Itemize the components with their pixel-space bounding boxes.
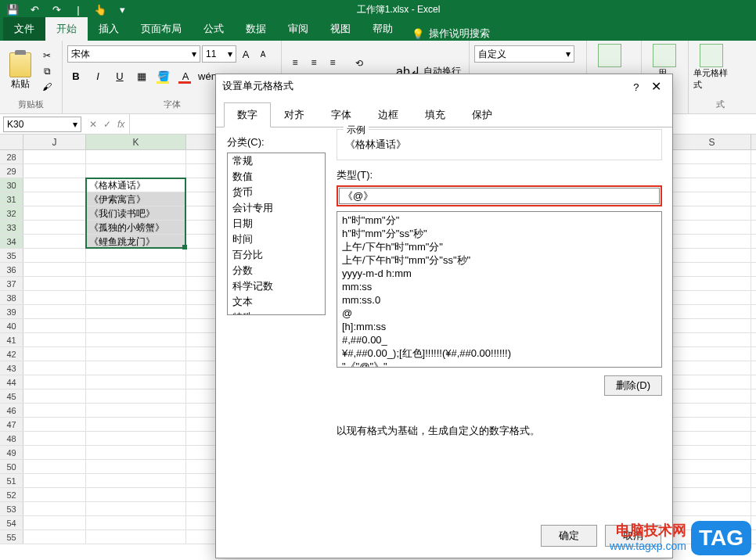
font-size-select[interactable]: 11 ▾	[202, 45, 236, 63]
category-item[interactable]: 常规	[228, 153, 325, 169]
cell[interactable]	[673, 488, 751, 501]
tab-view[interactable]: 视图	[319, 17, 362, 41]
accept-formula-icon[interactable]: ✓	[103, 119, 111, 130]
cell[interactable]	[673, 502, 751, 515]
category-item[interactable]: 货币	[228, 185, 325, 200]
cell[interactable]	[86, 460, 186, 473]
orientation-icon[interactable]: ⟲	[351, 56, 368, 71]
cell[interactable]	[23, 333, 86, 346]
format-item[interactable]: mm:ss	[337, 280, 661, 293]
border-button[interactable]: ▦	[133, 67, 150, 84]
row-header[interactable]: 34	[0, 235, 23, 248]
col-header-S[interactable]: S	[673, 135, 751, 149]
row-header[interactable]: 42	[0, 347, 23, 361]
type-input[interactable]	[339, 188, 660, 204]
bold-button[interactable]: B	[67, 67, 85, 84]
tab-file[interactable]: 文件	[3, 17, 45, 41]
cell[interactable]	[673, 319, 751, 332]
category-item[interactable]: 特殊	[228, 310, 325, 315]
row-header[interactable]: 51	[0, 474, 23, 487]
row-header[interactable]: 31	[0, 192, 23, 206]
col-header-J[interactable]: J	[23, 135, 86, 149]
tab-data[interactable]: 数据	[235, 17, 277, 41]
row-header[interactable]: 49	[0, 446, 23, 459]
cell[interactable]	[673, 192, 751, 206]
row-header[interactable]: 32	[0, 206, 23, 220]
row-header[interactable]: 46	[0, 404, 23, 417]
cell[interactable]	[23, 319, 86, 332]
cell[interactable]	[673, 361, 751, 375]
cell[interactable]: 《伊索寓言》	[86, 192, 186, 206]
font-name-select[interactable]: 宋体 ▾	[67, 45, 200, 63]
format-item[interactable]: #,##0.00_	[337, 333, 661, 346]
cut-icon[interactable]: ✂	[39, 48, 55, 63]
tab-formula[interactable]: 公式	[193, 17, 235, 41]
cell[interactable]	[86, 389, 186, 403]
cell[interactable]	[86, 150, 186, 163]
row-header[interactable]: 30	[0, 178, 23, 192]
cell[interactable]	[673, 418, 751, 431]
cell[interactable]	[23, 418, 86, 431]
cell[interactable]	[86, 375, 186, 389]
cell[interactable]	[23, 263, 86, 276]
cell[interactable]	[23, 389, 86, 403]
dlg-tab-align[interactable]: 对齐	[271, 102, 318, 127]
cell[interactable]	[23, 460, 86, 473]
category-item[interactable]: 时间	[228, 232, 325, 247]
format-item[interactable]: h"时"mm"分"	[337, 214, 661, 227]
cell[interactable]	[23, 432, 86, 445]
tab-layout[interactable]: 页面布局	[130, 17, 193, 41]
cell[interactable]	[86, 474, 186, 487]
category-item[interactable]: 数值	[228, 169, 325, 185]
row-header[interactable]: 33	[0, 221, 23, 234]
cell[interactable]	[23, 291, 86, 304]
cell[interactable]	[23, 178, 86, 192]
category-item[interactable]: 文本	[228, 294, 325, 310]
format-item[interactable]: 上午/下午h"时"mm"分"	[337, 240, 661, 253]
cell[interactable]	[673, 333, 751, 346]
cell[interactable]	[86, 347, 186, 361]
name-box[interactable]: K30 ▾	[3, 117, 81, 132]
cell[interactable]	[86, 418, 186, 431]
close-icon[interactable]: ✕	[646, 78, 666, 95]
align-top-icon[interactable]: ≡	[286, 55, 304, 70]
cell[interactable]: 《鲤鱼跳龙门》	[86, 235, 186, 248]
redo-icon[interactable]: ↷	[49, 2, 64, 17]
category-item[interactable]: 科学记数	[228, 278, 325, 294]
cell[interactable]	[673, 446, 751, 459]
cell[interactable]	[673, 404, 751, 417]
format-item[interactable]: @	[337, 307, 661, 320]
ok-button[interactable]: 确定	[541, 525, 597, 547]
select-all-corner[interactable]	[0, 135, 23, 149]
row-header[interactable]: 37	[0, 277, 23, 290]
row-header[interactable]: 55	[0, 530, 23, 544]
cell[interactable]	[23, 221, 86, 234]
format-item[interactable]: mm:ss.0	[337, 293, 661, 307]
cell[interactable]	[673, 235, 751, 248]
cell[interactable]	[86, 164, 186, 178]
format-item[interactable]: h"时"mm"分"ss"秒"	[337, 227, 661, 240]
cell[interactable]	[23, 235, 86, 248]
cell[interactable]	[23, 164, 86, 178]
cell[interactable]	[673, 263, 751, 276]
qat-customize-icon[interactable]: ▾	[114, 2, 130, 17]
cell[interactable]	[673, 249, 751, 262]
cell[interactable]	[86, 319, 186, 332]
cell[interactable]	[86, 432, 186, 445]
cell[interactable]: 《我们读书吧》	[86, 206, 186, 220]
format-item[interactable]: ¥#,##0.00_);[红色]!!!!!!(¥#,##0.00!!!!!!)	[337, 346, 661, 360]
cell[interactable]	[673, 460, 751, 473]
dlg-tab-fill[interactable]: 填充	[412, 102, 459, 127]
cell[interactable]	[86, 404, 186, 417]
row-header[interactable]: 28	[0, 150, 23, 163]
cell[interactable]	[673, 277, 751, 290]
cell[interactable]: 《格林通话》	[86, 178, 186, 192]
font-color-button[interactable]: A	[177, 67, 194, 84]
tell-me-search[interactable]: 💡 操作说明搜索	[404, 27, 498, 41]
cell[interactable]	[23, 361, 86, 375]
align-bottom-icon[interactable]: ≡	[324, 55, 341, 70]
category-list[interactable]: 常规数值货币会计专用日期时间百分比分数科学记数文本特殊自定义	[227, 153, 326, 315]
paste-button[interactable]: 粘贴	[5, 52, 36, 91]
cell[interactable]	[673, 432, 751, 445]
delete-button[interactable]: 删除(D)	[604, 375, 662, 396]
